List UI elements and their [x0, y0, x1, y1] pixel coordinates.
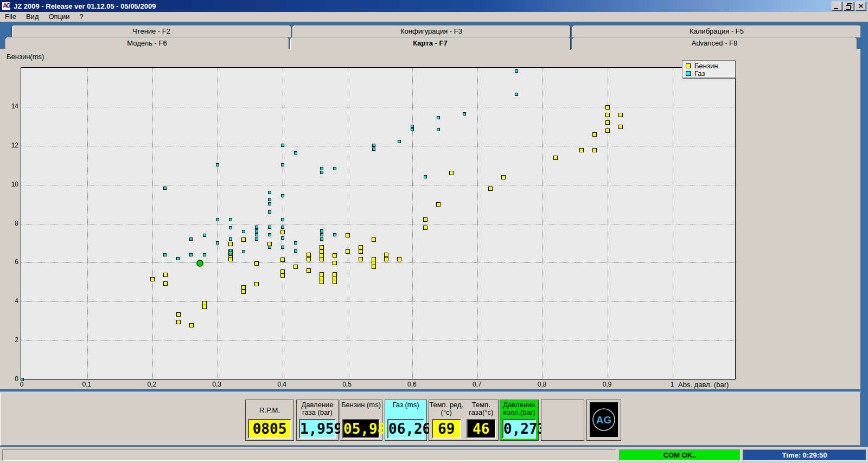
gas-point: [268, 210, 271, 214]
current-point-marker: [196, 260, 203, 267]
petrol-point: [241, 290, 246, 294]
petrol-point: [307, 268, 311, 273]
petrol-point: [333, 253, 337, 258]
x-tick-label: 0,5: [335, 381, 359, 388]
background-strip: [860, 22, 868, 446]
x-tick-label: 0,6: [400, 381, 424, 388]
x-tick-label: 0,2: [140, 381, 164, 388]
gauge-value: 0,273: [502, 419, 536, 439]
gauge-label: Давление газа (bar): [297, 400, 338, 416]
petrol-point: [423, 226, 427, 230]
chart-legend: БензинГаз: [682, 60, 736, 78]
tab-strip: Чтение - F2Конфигурация - F3Калибрация -…: [0, 22, 868, 49]
gas-point: [294, 249, 297, 253]
y-tick-label: 8: [4, 220, 18, 227]
gas-point: [398, 140, 401, 143]
gauge-value: 69: [432, 419, 461, 439]
gas-point: [333, 233, 336, 236]
gas-point: [255, 229, 258, 233]
gas-point: [268, 202, 271, 205]
gauge-logo: AG: [586, 400, 621, 441]
title-bar: AG JZ 2009 - Release ver 01.12.05 - 05/0…: [0, 0, 868, 12]
gas-point: [281, 226, 284, 229]
petrol-point: [320, 257, 324, 261]
restore-button[interactable]: [844, 2, 854, 11]
petrol-point: [307, 253, 311, 257]
gas-point: [216, 218, 219, 221]
gauge-label: Бензин (ms): [340, 400, 382, 409]
petrol-point: [333, 261, 337, 265]
gas-point: [320, 237, 323, 241]
gas-point: [268, 226, 271, 229]
gauges-panel: R.P.M.0805Давление газа (bar)1,959Бензин…: [0, 391, 860, 446]
gauge-display: R.P.M.0805: [245, 400, 294, 441]
tab-конфигурация[interactable]: Конфигурация - F3: [292, 25, 571, 37]
gauge-display: Давление газа (bar)1,959: [296, 400, 339, 441]
gauge-value: 1,959: [299, 419, 336, 439]
gas-point: [268, 233, 271, 236]
gas-point: [189, 237, 193, 241]
menu-bar: FileВидОпции?: [0, 12, 868, 22]
gauge-value: 0805: [248, 419, 291, 439]
chart-plot-area[interactable]: БензинГаз: [21, 67, 736, 380]
petrol-point: [163, 281, 168, 286]
gas-point: [163, 253, 167, 256]
tab-чтение[interactable]: Чтение - F2: [11, 25, 291, 37]
tab-калибрация[interactable]: Калибрация - F5: [572, 25, 861, 37]
gas-point: [242, 230, 245, 233]
gauge-label: Темп. ред.(°c): [429, 400, 464, 416]
petrol-point: [280, 273, 285, 278]
gas-legend-swatch: [686, 71, 691, 76]
minimize-button[interactable]: [832, 2, 843, 11]
gauge-value: 06,26: [387, 419, 424, 439]
time-status: Time: 0:29:50: [743, 449, 866, 461]
gridline-horizontal: [21, 301, 735, 302]
gas-point: [372, 147, 375, 151]
gauge-label: Давление колл.(bar): [500, 400, 538, 416]
menu-item-vid[interactable]: Вид: [21, 12, 44, 22]
petrol-point: [592, 132, 597, 137]
tab-карта[interactable]: Карта - F7: [290, 37, 571, 50]
gas-point: [320, 233, 323, 236]
petrol-point: [579, 148, 584, 152]
gas-point: [333, 167, 336, 170]
menu-item-file[interactable]: File: [0, 12, 21, 22]
menu-item-opcii[interactable]: Опции: [43, 12, 74, 22]
tab-advanced[interactable]: Advanced - F8: [572, 37, 857, 49]
petrol-point: [176, 320, 181, 324]
y-tick-label: 4: [4, 297, 18, 305]
gas-point: [268, 246, 271, 249]
gas-point: [372, 144, 375, 147]
petrol-point: [333, 280, 337, 284]
ag-logo-icon: AG: [591, 407, 616, 432]
petrol-point: [189, 323, 194, 327]
petrol-point: [359, 257, 363, 261]
gas-point: [268, 198, 271, 201]
petrol-point: [228, 257, 233, 261]
gauge-sub: Темп. ред.(°c)69: [429, 400, 464, 440]
tab-модель[interactable]: Модель - F6: [5, 37, 289, 49]
gridline-horizontal: [21, 224, 735, 224]
x-tick-label: 0,7: [465, 381, 489, 388]
minimize-icon: [834, 8, 838, 9]
close-icon: ×: [856, 2, 866, 10]
petrol-point: [605, 105, 610, 110]
gas-point: [515, 93, 518, 96]
petrol-point: [553, 156, 558, 160]
petrol-point: [241, 285, 246, 290]
window-title: JZ 2009 - Release ver 01.12.05 - 05/05/2…: [14, 2, 156, 10]
gas-point: [176, 257, 180, 260]
y-tick-label: 0: [4, 375, 18, 383]
gas-point: [294, 241, 297, 245]
gauge-label: Темп. газа(°c): [464, 400, 499, 416]
gas-point: [424, 175, 427, 178]
petrol-point: [176, 312, 181, 317]
menu-item-help[interactable]: ?: [75, 12, 88, 22]
gas-point: [281, 194, 284, 197]
petrol-point: [592, 148, 597, 152]
gas-point: [281, 246, 284, 249]
close-button[interactable]: ×: [856, 2, 866, 11]
x-tick-label: 1: [660, 381, 684, 388]
y-tick-label: 2: [4, 336, 18, 344]
com-status: COM OK..: [619, 449, 741, 461]
